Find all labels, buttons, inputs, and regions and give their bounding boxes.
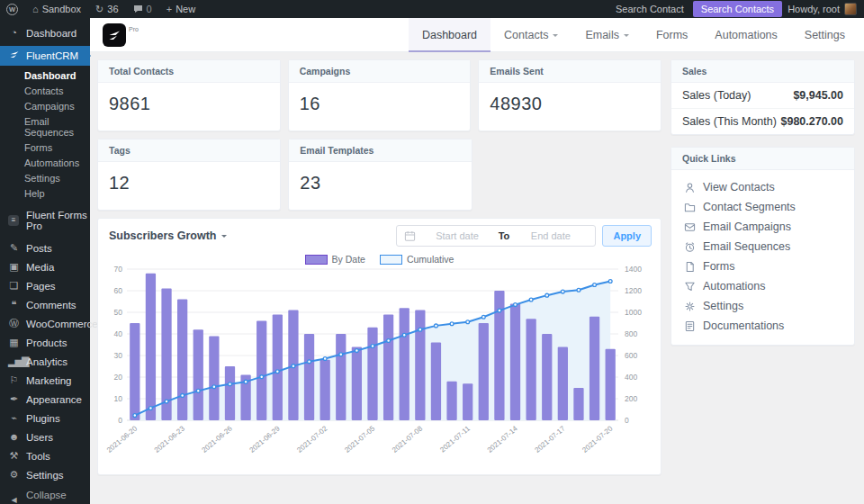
chevron-down-icon	[624, 34, 629, 40]
tab-dashboard[interactable]: Dashboard	[409, 18, 490, 52]
tab-emails[interactable]: Emails	[572, 18, 643, 52]
svg-text:400: 400	[625, 373, 637, 382]
site-name-link[interactable]: ⌂ Sandbox	[26, 0, 87, 18]
quick-link-contact-segments[interactable]: Contact Segments	[671, 197, 854, 217]
howdy-account-link[interactable]: Howdy, root	[788, 4, 840, 14]
svg-text:2021-07-14: 2021-07-14	[486, 424, 520, 454]
sidebar-item-tools[interactable]: ⚒ Tools	[0, 446, 90, 465]
file-icon	[684, 261, 696, 273]
stat-card-campaigns: Campaigns 16	[288, 59, 472, 131]
svg-text:0: 0	[625, 416, 629, 425]
tools-icon: ⚒	[8, 451, 20, 461]
submenu-help[interactable]: Help	[0, 185, 90, 201]
submenu-automations[interactable]: Automations	[0, 155, 90, 170]
stat-card-total-contacts: Total Contacts 9861	[97, 59, 281, 131]
user-avatar[interactable]	[844, 3, 857, 15]
quick-link-forms[interactable]: Forms	[671, 256, 854, 276]
content-area: Pro Dashboard Contacts Emails Forms Auto…	[90, 18, 864, 504]
svg-text:600: 600	[625, 351, 637, 360]
quick-links-card: Quick Links View Contacts Contact Segmen…	[670, 147, 855, 346]
sidebar-item-fluent-forms-pro[interactable]: ≡ Fluent Forms Pro	[0, 206, 90, 235]
quick-link-email-sequences[interactable]: Email Sequences	[671, 237, 854, 256]
svg-text:30: 30	[114, 351, 123, 360]
sidebar-item-plugins[interactable]: ⌁ Plugins	[0, 409, 90, 428]
quick-links-title: Quick Links	[671, 148, 854, 170]
tab-contacts[interactable]: Contacts	[490, 18, 572, 52]
chevron-down-icon	[553, 34, 558, 40]
submenu-forms[interactable]: Forms	[0, 140, 90, 155]
sales-title: Sales	[671, 60, 854, 83]
collapse-menu-button[interactable]: ◀ Collapse menu	[0, 486, 90, 504]
home-icon: ⌂	[32, 4, 39, 14]
search-contacts-button[interactable]: Search Contacts	[693, 1, 782, 17]
svg-text:1200: 1200	[625, 286, 642, 295]
subscribers-growth-title[interactable]: Subscribers Growth	[109, 230, 227, 242]
date-range-picker[interactable]: Start date To End date	[396, 225, 596, 247]
wp-logo-menu[interactable]: W	[0, 0, 24, 18]
legend-bar-label: By Date	[332, 254, 365, 265]
tab-settings[interactable]: Settings	[791, 18, 859, 52]
marketing-icon: ⚐	[8, 375, 20, 385]
pro-badge: Pro	[129, 26, 139, 47]
svg-text:2021-06-20: 2021-06-20	[105, 424, 140, 454]
submenu-dashboard[interactable]: Dashboard	[0, 68, 90, 83]
fluentcrm-brand[interactable]: Pro	[103, 23, 139, 47]
settings-icon: ⚙	[8, 470, 20, 480]
quick-link-email-campaigns[interactable]: Email Campaigns	[671, 217, 854, 237]
sidebar-item-posts[interactable]: ✎ Posts	[0, 238, 90, 257]
sales-today-row: Sales (Today) $9,945.00	[671, 83, 854, 109]
stat-value: 16	[289, 83, 471, 125]
submenu-email-sequences[interactable]: Email Sequences	[0, 113, 90, 140]
user-icon	[684, 182, 696, 194]
range-to-label: To	[499, 230, 510, 241]
posts-icon: ✎	[8, 243, 20, 253]
submenu-settings[interactable]: Settings	[0, 170, 90, 185]
sidebar-item-fluentcrm[interactable]: FluentCRM	[0, 46, 90, 66]
sidebar-item-media[interactable]: ▣ Media	[0, 257, 90, 276]
sidebar-item-comments[interactable]: ❝ Comments	[0, 295, 90, 314]
collapse-icon: ◀	[8, 497, 20, 504]
analytics-icon: ▂▅▇	[8, 356, 20, 366]
svg-text:2021-07-08: 2021-07-08	[391, 424, 425, 454]
sidebar-item-woocommerce[interactable]: Ⓦ WooCommerce	[0, 314, 90, 333]
fluentcrm-icon	[8, 50, 20, 62]
sidebar-item-settings[interactable]: ⚙ Settings	[0, 465, 90, 484]
stat-card-tags: Tags 12	[97, 139, 281, 211]
sidebar-item-analytics[interactable]: ▂▅▇ Analytics	[0, 352, 90, 371]
new-content-link[interactable]: + New	[160, 0, 202, 18]
quick-link-settings[interactable]: Settings	[671, 296, 854, 316]
mail-icon	[684, 221, 696, 233]
sidebar-item-appearance[interactable]: ✒ Appearance	[0, 390, 90, 409]
updates-count: 36	[107, 4, 118, 14]
tab-forms[interactable]: Forms	[643, 18, 701, 52]
svg-text:800: 800	[625, 329, 637, 338]
submenu-campaigns[interactable]: Campaigns	[0, 98, 90, 113]
tab-automations[interactable]: Automations	[701, 18, 790, 52]
quick-link-documentations[interactable]: Documentations	[671, 316, 854, 336]
svg-text:2021-06-23: 2021-06-23	[153, 424, 187, 454]
stat-label: Email Templates	[289, 140, 471, 162]
plus-icon: +	[166, 4, 172, 14]
end-date-input[interactable]: End date	[513, 230, 588, 241]
stat-label: Total Contacts	[98, 60, 280, 83]
sidebar-item-products[interactable]: ▦ Products	[0, 333, 90, 352]
quick-link-automations[interactable]: Automations	[671, 276, 854, 296]
sidebar-item-users[interactable]: ☻ Users	[0, 428, 90, 446]
sidebar-item-marketing[interactable]: ⚐ Marketing	[0, 371, 90, 390]
updates-link[interactable]: ↻ 36	[89, 0, 124, 18]
sales-month-row: Sales (This Month) $980.270.00	[671, 109, 854, 134]
sidebar-item-dashboard[interactable]: ◔ Dashboard	[0, 23, 90, 42]
stat-value: 23	[289, 162, 471, 204]
fluentcrm-submenu: Dashboard Contacts Campaigns Email Seque…	[0, 66, 90, 206]
sidebar-item-pages[interactable]: ❏ Pages	[0, 276, 90, 295]
quick-link-view-contacts[interactable]: View Contacts	[671, 177, 854, 197]
legend-line-swatch	[380, 255, 402, 265]
start-date-input[interactable]: Start date	[419, 230, 494, 241]
search-contact-input[interactable]: Search Contact	[612, 4, 688, 14]
submenu-contacts[interactable]: Contacts	[0, 83, 90, 98]
comments-icon: ❝	[8, 300, 20, 310]
site-name-label: Sandbox	[42, 4, 81, 14]
svg-text:2021-06-26: 2021-06-26	[201, 424, 235, 454]
apply-button[interactable]: Apply	[602, 225, 652, 247]
comments-link[interactable]: 0	[127, 0, 158, 18]
